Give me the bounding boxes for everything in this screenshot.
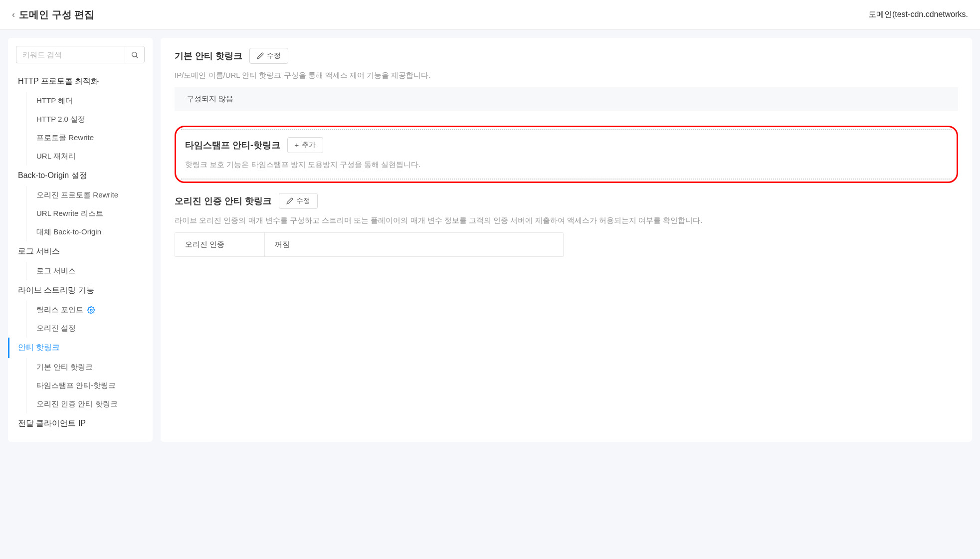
nav-item-http2[interactable]: HTTP 2.0 설정 — [26, 110, 153, 129]
sidebar: HTTP 프로토콜 최적화 HTTP 헤더 HTTP 2.0 설정 프로토콜 R… — [8, 38, 153, 442]
section-title: 타임스탬프 안티-핫링크 — [185, 139, 280, 151]
section-basic-anti-hotlink: 기본 안티 핫링크 수정 IP/도메인 이름/URL 안티 핫링크 구성을 통해… — [175, 48, 958, 111]
nav-item-log-service[interactable]: 로그 서비스 — [26, 262, 153, 280]
nav-item-timestamp-anti[interactable]: 타임스탬프 안티-핫링크 — [26, 376, 153, 395]
status-box: 구성되지 않음 — [175, 87, 958, 111]
pencil-icon — [286, 197, 293, 204]
section-title: 오리진 인증 안티 핫링크 — [175, 195, 272, 207]
add-button-label: 추가 — [302, 141, 316, 150]
add-button[interactable]: + 추가 — [287, 137, 323, 153]
search-wrap — [8, 46, 153, 71]
nav-item-protocol-rewrite[interactable]: 프로토콜 Rewrite — [26, 129, 153, 147]
section-header: 기본 안티 핫링크 수정 — [175, 48, 958, 64]
section-header: 타임스탬프 안티-핫링크 + 추가 — [185, 137, 948, 153]
nav-item-release-point[interactable]: 릴리스 포인트 — [26, 301, 153, 319]
origin-auth-table: 오리진 인증 꺼짐 — [175, 232, 564, 257]
nav-section-http[interactable]: HTTP 프로토콜 최적화 — [8, 71, 153, 92]
domain-label: 도메인(test-cdn.cdnetworks. — [868, 9, 968, 20]
nav-item-alt-b2o[interactable]: 대체 Back-to-Origin — [26, 223, 153, 241]
edit-button[interactable]: 수정 — [249, 48, 288, 64]
nav-item-origin-protocol[interactable]: 오리진 프로토콜 Rewrite — [26, 186, 153, 204]
section-timestamp-anti-hotlink: 타임스탬프 안티-핫링크 + 추가 핫링크 보호 기능은 타임스탬프 방지 도용… — [175, 126, 958, 183]
nav-items-live: 릴리스 포인트 오리진 설정 — [26, 301, 153, 338]
header-left: ‹ 도메인 구성 편집 — [12, 8, 94, 21]
nav-section-b2o[interactable]: Back-to-Origin 설정 — [8, 166, 153, 186]
nav-item-url-rewrite-list[interactable]: URL Rewrite 리스트 — [26, 204, 153, 223]
back-chevron-icon[interactable]: ‹ — [12, 9, 15, 20]
plus-icon: + — [295, 141, 299, 149]
edit-button-label: 수정 — [296, 196, 310, 205]
nav-items-b2o: 오리진 프로토콜 Rewrite URL Rewrite 리스트 대체 Back… — [26, 186, 153, 241]
page-title: 도메인 구성 편집 — [19, 8, 94, 21]
nav-section-forward-ip[interactable]: 전달 클라이언트 IP — [8, 413, 153, 434]
search-icon — [131, 51, 139, 59]
nav-item-origin-auth-anti[interactable]: 오리진 인증 안티 핫링크 — [26, 395, 153, 413]
nav-item-origin-settings[interactable]: 오리진 설정 — [26, 319, 153, 338]
pencil-icon — [257, 52, 264, 59]
section-origin-auth-anti-hotlink: 오리진 인증 안티 핫링크 수정 라이브 오리진 인증의 매개 변수를 구성하고… — [175, 193, 958, 257]
svg-point-0 — [132, 52, 137, 56]
search-input[interactable] — [16, 46, 125, 63]
nav-item-basic-anti[interactable]: 기본 안티 핫링크 — [26, 358, 153, 376]
section-desc: 핫링크 보호 기능은 타임스탬프 방지 도용방지 구성을 통해 실현됩니다. — [185, 160, 948, 170]
svg-line-1 — [136, 56, 138, 58]
nav-items-log: 로그 서비스 — [26, 262, 153, 280]
table-cell-value: 꺼짐 — [265, 233, 563, 256]
nav-item-label: 릴리스 포인트 — [36, 305, 83, 315]
nav-section-live[interactable]: 라이브 스트리밍 기능 — [8, 280, 153, 301]
page-header: ‹ 도메인 구성 편집 도메인(test-cdn.cdnetworks. — [0, 0, 980, 30]
nav-items-http: HTTP 헤더 HTTP 2.0 설정 프로토콜 Rewrite URL 재처리 — [26, 92, 153, 166]
nav-item-url-reprocess[interactable]: URL 재처리 — [26, 147, 153, 166]
edit-button-label: 수정 — [267, 51, 281, 60]
nav-section-antihotlink[interactable]: 안티 핫링크 — [8, 338, 153, 358]
gear-icon — [87, 306, 95, 314]
layout: HTTP 프로토콜 최적화 HTTP 헤더 HTTP 2.0 설정 프로토콜 R… — [0, 30, 980, 450]
section-desc: IP/도메인 이름/URL 안티 핫링크 구성을 통해 액세스 제어 기능을 제… — [175, 71, 958, 80]
edit-button[interactable]: 수정 — [279, 193, 318, 209]
table-cell-label: 오리진 인증 — [175, 233, 265, 256]
nav-items-antihotlink: 기본 안티 핫링크 타임스탬프 안티-핫링크 오리진 인증 안티 핫링크 — [26, 358, 153, 413]
section-desc: 라이브 오리진 인증의 매개 변수를 구성하고 스트리머 또는 플레이어의 매개… — [175, 216, 958, 225]
nav-section-log[interactable]: 로그 서비스 — [8, 241, 153, 262]
nav-item-http-header[interactable]: HTTP 헤더 — [26, 92, 153, 110]
main-content: 기본 안티 핫링크 수정 IP/도메인 이름/URL 안티 핫링크 구성을 통해… — [161, 38, 972, 442]
svg-point-2 — [90, 309, 92, 311]
search-button[interactable] — [125, 46, 145, 63]
section-header: 오리진 인증 안티 핫링크 수정 — [175, 193, 958, 209]
section-title: 기본 안티 핫링크 — [175, 50, 242, 62]
